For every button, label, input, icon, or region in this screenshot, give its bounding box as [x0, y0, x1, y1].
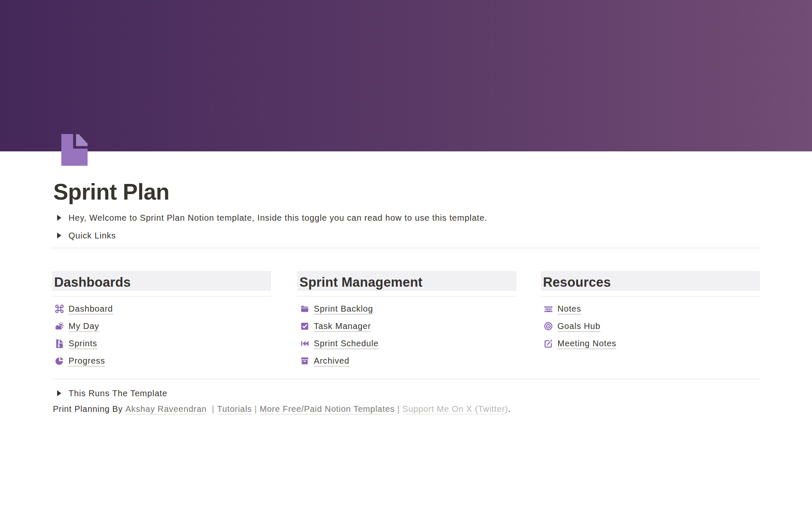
column-resources: ResourcesNotesGoals HubMeeting Notes: [541, 271, 760, 352]
cover-image: [0, 0, 812, 151]
edit-square-icon: [544, 339, 553, 348]
page-link-label: Meeting Notes: [557, 339, 616, 348]
page-link-label: Sprint Backlog: [314, 304, 373, 314]
page-link-list: NotesGoals HubMeeting Notes: [541, 300, 760, 352]
sun-cloud-icon: [55, 322, 64, 331]
page-link-goals-hub[interactable]: Goals Hub: [541, 318, 760, 335]
footer-link[interactable]: Support Me On X (Twitter): [403, 404, 508, 414]
keyboard-icon: [544, 304, 553, 313]
page-link-sprint-schedule[interactable]: Sprint Schedule: [297, 335, 516, 352]
page-link-label: My Day: [69, 321, 99, 331]
page-link-notes[interactable]: Notes: [541, 300, 760, 318]
check-square-icon: [300, 322, 309, 331]
toggle-this-runs-the-template[interactable]: This Runs The Template: [53, 387, 167, 400]
page-link-label: Dashboard: [69, 304, 113, 314]
column-heading: Dashboards: [52, 271, 271, 291]
page-link-meeting-notes[interactable]: Meeting Notes: [541, 335, 760, 352]
toggle-label: Hey, Welcome to Sprint Plan Notion templ…: [69, 213, 487, 223]
page-title[interactable]: Sprint Plan: [53, 181, 169, 203]
skip-backward-icon: [300, 339, 309, 348]
folder-icon: [300, 304, 309, 313]
column-heading-text: Dashboards: [54, 275, 131, 290]
toggle-label: This Runs The Template: [69, 389, 167, 398]
archive-box-icon: [300, 356, 309, 365]
page-link-archived[interactable]: Archived: [297, 352, 516, 370]
divider: [52, 296, 271, 296]
target-icon: [544, 322, 553, 331]
divider: [297, 296, 516, 296]
footer-link[interactable]: Tutorials: [217, 404, 252, 414]
footer-link[interactable]: Akshay Raveendran: [126, 404, 207, 414]
page-link-sprint-backlog[interactable]: Sprint Backlog: [297, 300, 516, 318]
column-heading: Sprint Management: [297, 271, 516, 291]
page-link-label: Progress: [69, 356, 105, 366]
page-link-list: DashboardMy DaySprintsProgress: [52, 300, 271, 370]
footer-link[interactable]: More Free/Paid Notion Templates: [260, 404, 395, 414]
footer-credits: Print Planning By Akshay Raveendran | Tu…: [53, 403, 511, 415]
divider: [52, 248, 760, 248]
divider: [52, 379, 760, 379]
column-sprint-management: Sprint ManagementSprint BacklogTask Mana…: [297, 271, 516, 370]
page-link-list: Sprint BacklogTask ManagerSprint Schedul…: [297, 300, 516, 370]
column-heading-text: Resources: [543, 275, 611, 290]
page-link-dashboard[interactable]: Dashboard: [52, 300, 271, 318]
toggle-welcome[interactable]: Hey, Welcome to Sprint Plan Notion templ…: [53, 211, 487, 224]
footer-separator: |: [207, 404, 217, 414]
notion-page: Sprint Plan Hey, Welcome to Sprint Plan …: [0, 0, 812, 507]
column-heading: Resources: [541, 271, 760, 291]
column-dashboards: DashboardsDashboardMy DaySprintsProgress: [52, 271, 271, 370]
page-link-progress[interactable]: Progress: [52, 352, 271, 370]
toggle-quick-links[interactable]: Quick Links: [53, 229, 116, 242]
footer-separator: |: [252, 404, 260, 414]
pie-chart-icon: [55, 356, 64, 365]
divider: [541, 296, 760, 296]
column-heading-text: Sprint Management: [299, 275, 422, 290]
footer-text: .: [508, 404, 510, 414]
page-link-sprints[interactable]: Sprints: [52, 335, 271, 352]
footer-separator: |: [395, 404, 402, 414]
page-link-my-day[interactable]: My Day: [52, 318, 271, 335]
page-link-label: Task Manager: [314, 321, 371, 331]
toggle-triangle-icon[interactable]: [57, 390, 61, 396]
toggle-triangle-icon[interactable]: [57, 233, 61, 238]
file-zip-icon: [55, 339, 64, 348]
page-icon[interactable]: [61, 134, 88, 166]
page-link-label: Notes: [557, 304, 581, 314]
page-link-task-manager[interactable]: Task Manager: [297, 318, 516, 335]
page-link-label: Archived: [314, 356, 349, 366]
page-link-label: Goals Hub: [557, 321, 601, 331]
toggle-label: Quick Links: [69, 231, 116, 241]
toggle-triangle-icon[interactable]: [57, 215, 61, 221]
command-icon: [55, 304, 64, 313]
page-link-label: Sprints: [69, 339, 97, 348]
footer-text: Print Planning By: [53, 404, 126, 414]
page-link-label: Sprint Schedule: [314, 339, 379, 348]
